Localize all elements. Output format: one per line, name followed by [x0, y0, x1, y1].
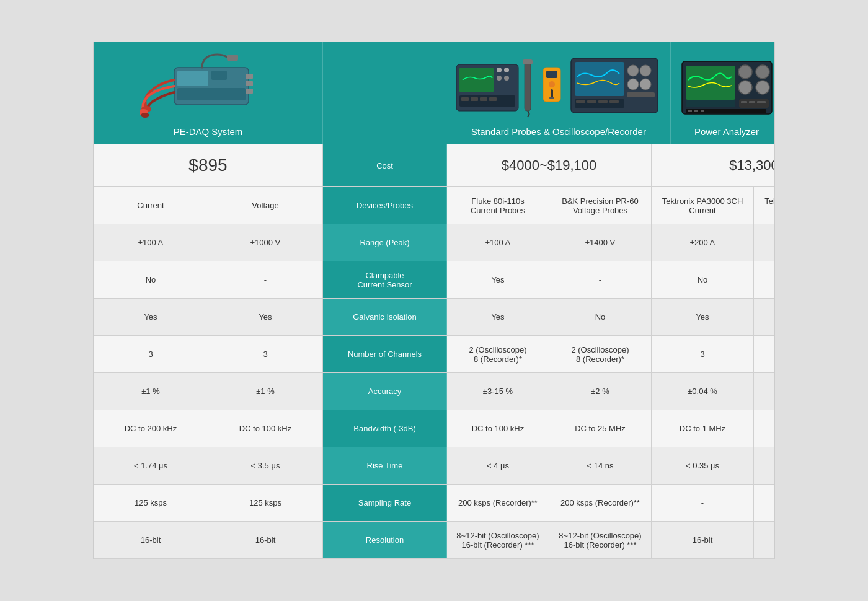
cell-pa-current-8: - [652, 485, 754, 521]
cell-fluke-9: 8~12-bit (Oscilloscope) 16-bit (Recorder… [447, 522, 549, 558]
svg-rect-13 [497, 68, 502, 72]
svg-rect-18 [461, 97, 469, 101]
cell-pa-current-1: ±200 A [652, 224, 754, 261]
cell-pedaq-current-8: 125 ksps [94, 485, 208, 521]
probes-image [453, 52, 664, 120]
svg-rect-3 [177, 88, 246, 100]
cell-bk-3: No [549, 299, 652, 335]
svg-rect-49 [741, 101, 747, 103]
cell-bk-6: DC to 25 MHz [549, 410, 652, 447]
cell-pa-current-6: DC to 1 MHz [652, 410, 754, 447]
cell-fluke-2: Yes [447, 261, 549, 298]
cell-fluke-5: ±3-15 % [447, 373, 549, 410]
svg-rect-19 [471, 97, 478, 101]
cell-pa-current-3: Yes [652, 299, 754, 335]
cost-label: Cost [323, 144, 447, 186]
price-row: $895 Cost $4000~$19,100 $13,300 [94, 144, 774, 187]
cell-fluke-4: 2 (Oscilloscope) 8 (Recorder)* [447, 336, 549, 372]
row-label-5: Accuracy [323, 373, 447, 410]
svg-point-32 [640, 65, 651, 76]
header-pedaq: PE-DAQ System [94, 42, 323, 144]
cell-pa-voltage-2: - [754, 261, 775, 298]
cell-pedaq-current-0: Current [94, 187, 208, 224]
svg-rect-25 [546, 71, 557, 78]
svg-point-44 [738, 65, 752, 79]
cell-pa-voltage-9: 16-bit [754, 522, 775, 558]
pa-svg [677, 52, 775, 120]
cell-fluke-8: 200 ksps (Recorder)** [447, 485, 549, 521]
cell-fluke-7: < 4 µs [447, 447, 549, 484]
cell-bk-0: B&K Precision PR-60 Voltage Probes [549, 187, 652, 224]
probes-label: Standard Probes & Oscilloscope/Recorder [471, 126, 646, 137]
row-label-2: Clampable Current Sensor [323, 261, 447, 298]
svg-rect-10 [227, 55, 238, 61]
svg-rect-51 [757, 101, 766, 103]
svg-rect-12 [459, 68, 494, 92]
cell-pedaq-voltage-8: 125 ksps [208, 485, 323, 521]
data-row-4: 33Number of Channels2 (Oscilloscope) 8 (… [94, 336, 774, 373]
svg-rect-14 [504, 68, 509, 72]
cell-pedaq-voltage-7: < 3.5 µs [208, 447, 323, 484]
svg-rect-37 [576, 100, 585, 103]
data-rows: CurrentVoltageDevices/ProbesFluke 80i-11… [94, 187, 774, 559]
header-pa: Power Analyzer [671, 42, 775, 144]
pa-label: Power Analyzer [694, 126, 759, 137]
row-label-6: Bandwidth (-3dB) [323, 410, 447, 447]
cell-pedaq-voltage-6: DC to 100 kHz [208, 410, 323, 447]
cell-pedaq-current-6: DC to 200 kHz [94, 410, 208, 447]
cell-fluke-3: Yes [447, 299, 549, 335]
cell-bk-5: ±2 % [549, 373, 652, 410]
cell-bk-8: 200 ksps (Recorder)** [549, 485, 652, 521]
cell-bk-1: ±1400 V [549, 224, 652, 261]
svg-rect-43 [686, 100, 735, 107]
cell-pa-voltage-0: Tektronix PA3000 3CH Voltage [754, 187, 775, 224]
svg-rect-5 [246, 81, 253, 86]
svg-rect-39 [598, 100, 608, 103]
svg-rect-38 [587, 100, 596, 103]
row-label-8: Sampling Rate [323, 485, 447, 521]
cell-pa-current-2: No [652, 261, 754, 298]
cell-pedaq-current-9: 16-bit [94, 522, 208, 558]
cell-pa-current-7: < 0.35 µs [652, 447, 754, 484]
cell-pa-voltage-5: ±0.04 % [754, 373, 775, 410]
svg-rect-21 [489, 97, 497, 101]
data-row-3: YesYesGalvanic IsolationYesNoYesYes [94, 299, 774, 336]
svg-rect-22 [525, 61, 531, 111]
cell-bk-9: 8~12-bit (Oscilloscope) 16-bit (Recorder… [549, 522, 652, 558]
cell-pedaq-voltage-9: 16-bit [208, 522, 323, 558]
cell-pa-voltage-8: - [754, 485, 775, 521]
svg-point-33 [627, 79, 639, 90]
svg-point-45 [756, 65, 769, 79]
probes-svg [453, 52, 664, 120]
row-label-9: Resolution [323, 522, 447, 558]
row-label-3: Galvanic Isolation [323, 299, 447, 335]
pa-price: $13,300 [652, 144, 775, 186]
svg-rect-28 [549, 97, 554, 99]
data-row-9: 16-bit16-bitResolution8~12-bit (Oscillos… [94, 522, 774, 559]
svg-rect-4 [246, 74, 253, 79]
data-row-6: DC to 200 kHzDC to 100 kHzBandwidth (-3d… [94, 410, 774, 447]
svg-rect-6 [246, 89, 253, 94]
cell-pedaq-voltage-2: - [208, 261, 323, 298]
data-row-5: ±1 %±1 %Accuracy±3-15 %±2 %±0.04 %±0.04 … [94, 373, 774, 410]
row-label-0: Devices/Probes [323, 187, 447, 224]
svg-rect-30 [575, 62, 624, 96]
svg-point-46 [738, 81, 752, 94]
svg-rect-35 [627, 92, 655, 97]
svg-rect-1 [177, 71, 208, 86]
cell-pedaq-current-5: ±1 % [94, 373, 208, 410]
data-row-2: No-Clampable Current SensorYes-No- [94, 261, 774, 299]
cell-fluke-6: DC to 100 kHz [447, 410, 549, 447]
cell-pa-voltage-4: 3 [754, 336, 775, 372]
cell-bk-2: - [549, 261, 652, 298]
cell-pa-current-0: Tektronix PA3000 3CH Current [652, 187, 754, 224]
cell-pa-voltage-6: DC to 1 MHz [754, 410, 775, 447]
svg-rect-16 [504, 76, 509, 81]
cell-bk-4: 2 (Oscilloscope) 8 (Recorder)* [549, 336, 652, 372]
cell-bk-7: < 14 ns [549, 447, 652, 484]
comparison-table: PE-DAQ System [93, 42, 775, 559]
svg-rect-54 [694, 110, 698, 112]
cell-pa-current-4: 3 [652, 336, 754, 372]
cell-pedaq-current-4: 3 [94, 336, 208, 372]
header-probes: Standard Probes & Oscilloscope/Recorder [447, 42, 671, 144]
